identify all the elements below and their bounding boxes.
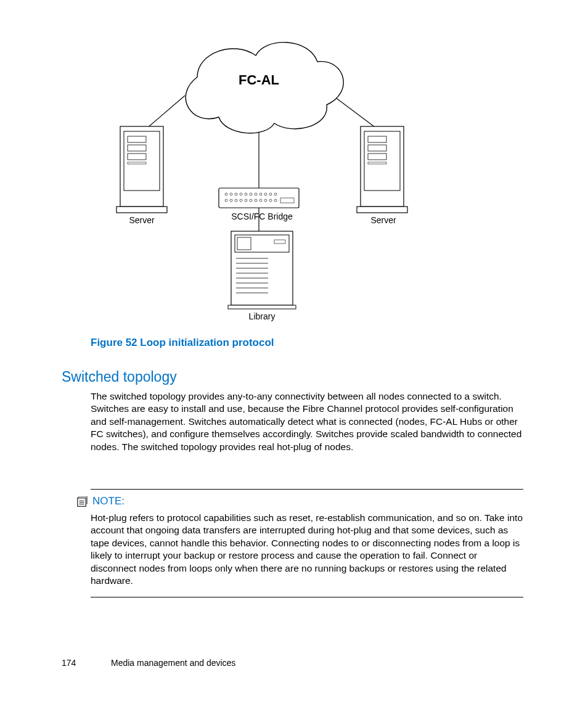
svg-rect-15 [368, 162, 386, 164]
svg-point-26 [264, 193, 267, 195]
svg-rect-12 [368, 136, 386, 142]
library-label: Library [225, 311, 299, 321]
svg-point-38 [269, 199, 272, 202]
svg-point-22 [245, 193, 247, 195]
note-rule-bottom [91, 597, 523, 597]
svg-rect-54 [228, 305, 296, 309]
svg-rect-44 [237, 237, 251, 250]
svg-point-28 [274, 193, 277, 195]
svg-point-20 [235, 193, 237, 195]
svg-point-23 [250, 193, 252, 195]
topology-diagram: FC-AL Server Server SCSI/FC Bridge Libra… [105, 34, 431, 324]
svg-point-32 [240, 199, 242, 202]
bridge-label: SCSI/FC Bridge [222, 211, 302, 221]
footer-chapter-title: Media management and devices [111, 658, 235, 668]
svg-rect-5 [128, 136, 146, 142]
svg-point-36 [259, 199, 262, 202]
svg-point-24 [255, 193, 257, 195]
note-text: Hot-plug refers to protocol capabilities… [91, 512, 523, 588]
svg-rect-8 [128, 162, 146, 164]
svg-point-34 [250, 199, 252, 202]
section-heading: Switched topology [62, 369, 177, 385]
svg-rect-6 [128, 145, 146, 151]
svg-point-37 [264, 199, 267, 202]
page-number: 174 [62, 658, 76, 668]
svg-point-27 [269, 193, 272, 195]
svg-point-19 [230, 193, 232, 195]
svg-rect-7 [128, 154, 146, 160]
svg-point-35 [255, 199, 257, 202]
svg-point-29 [225, 199, 227, 202]
svg-rect-40 [280, 198, 294, 203]
server-right-label: Server [346, 215, 420, 225]
svg-point-21 [240, 193, 242, 195]
cloud-label: FC-AL [222, 72, 296, 88]
svg-point-33 [245, 199, 247, 202]
note-rule-top [91, 489, 523, 490]
svg-rect-14 [368, 154, 386, 160]
svg-rect-45 [274, 240, 285, 244]
svg-point-25 [259, 193, 262, 195]
svg-point-30 [230, 199, 232, 202]
note-label: NOTE: [92, 495, 125, 507]
svg-point-31 [235, 199, 237, 202]
svg-point-18 [225, 193, 227, 195]
figure-caption: Figure 52 Loop initialization protocol [91, 337, 274, 349]
svg-rect-9 [116, 207, 167, 213]
note-icon [76, 496, 88, 507]
svg-point-39 [274, 199, 277, 202]
svg-rect-13 [368, 145, 386, 151]
server-left-label: Server [105, 215, 179, 225]
body-paragraph: The switched topology provides any-to-an… [91, 390, 523, 453]
page: FC-AL Server Server SCSI/FC Bridge Libra… [0, 0, 588, 706]
svg-rect-16 [357, 207, 407, 213]
